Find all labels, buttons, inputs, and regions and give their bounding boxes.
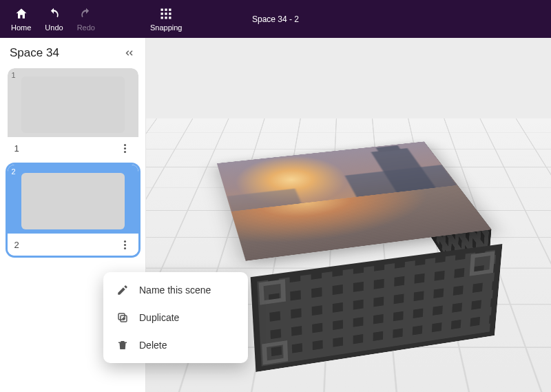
svg-rect-1	[165, 9, 167, 11]
sidebar-title: Space 34	[10, 46, 59, 60]
delete-scene-item[interactable]: Delete	[103, 331, 248, 359]
duplicate-scene-item[interactable]: Duplicate	[103, 304, 248, 331]
scene-footer: 1	[8, 137, 138, 159]
scene-card[interactable]: 1 1	[8, 68, 138, 159]
svg-rect-3	[161, 12, 163, 14]
undo-icon	[46, 6, 61, 21]
duplicate-icon	[116, 311, 129, 324]
svg-rect-4	[165, 12, 167, 14]
snapping-label: Snapping	[150, 23, 183, 32]
redo-button: Redo	[77, 6, 95, 32]
home-button[interactable]: Home	[11, 6, 31, 32]
redo-label: Redo	[77, 23, 95, 32]
redo-icon	[79, 6, 94, 21]
collapse-sidebar-button[interactable]	[121, 45, 137, 61]
home-icon	[14, 6, 29, 21]
scene-menu-button[interactable]	[119, 238, 132, 251]
undo-label: Undo	[45, 23, 63, 32]
svg-rect-0	[161, 9, 163, 11]
undo-button[interactable]: Undo	[45, 6, 63, 32]
rename-scene-item[interactable]: Name this scene	[103, 276, 248, 304]
window-title: Space 34 - 2	[252, 14, 299, 24]
scene-context-menu: Name this scene Duplicate Delete	[103, 272, 248, 363]
chevrons-left-icon	[123, 47, 135, 59]
scene-card[interactable]: 2 2	[8, 165, 138, 256]
painting-texture	[217, 142, 492, 261]
snapping-button[interactable]: Snapping	[150, 6, 183, 32]
sidebar-header: Space 34	[0, 38, 145, 68]
scene-thumbnail	[8, 165, 138, 234]
scene-index: 1	[12, 71, 16, 79]
rename-label: Name this scene	[139, 285, 211, 296]
main-area: Space 34 1 1	[0, 38, 551, 392]
delete-label: Delete	[139, 340, 167, 351]
scene-footer: 2	[8, 234, 138, 256]
scene-thumbnail	[8, 68, 138, 137]
svg-rect-7	[165, 17, 167, 19]
merge-cube-object[interactable]	[231, 83, 466, 318]
svg-rect-6	[161, 17, 163, 19]
svg-rect-8	[169, 17, 171, 19]
svg-rect-2	[169, 9, 171, 11]
cube-top-face	[217, 142, 492, 261]
svg-rect-5	[169, 12, 171, 14]
top-toolbar: Home Undo Redo Snapping Space 34 - 2	[0, 0, 551, 38]
trash-icon	[116, 338, 129, 352]
scene-label: 2	[14, 240, 19, 250]
scene-index: 2	[12, 167, 16, 176]
duplicate-label: Duplicate	[139, 312, 179, 323]
edit-icon	[116, 283, 129, 297]
snapping-icon	[158, 6, 174, 21]
home-label: Home	[11, 23, 31, 32]
scene-menu-button[interactable]	[119, 142, 132, 154]
scene-label: 1	[14, 143, 19, 154]
